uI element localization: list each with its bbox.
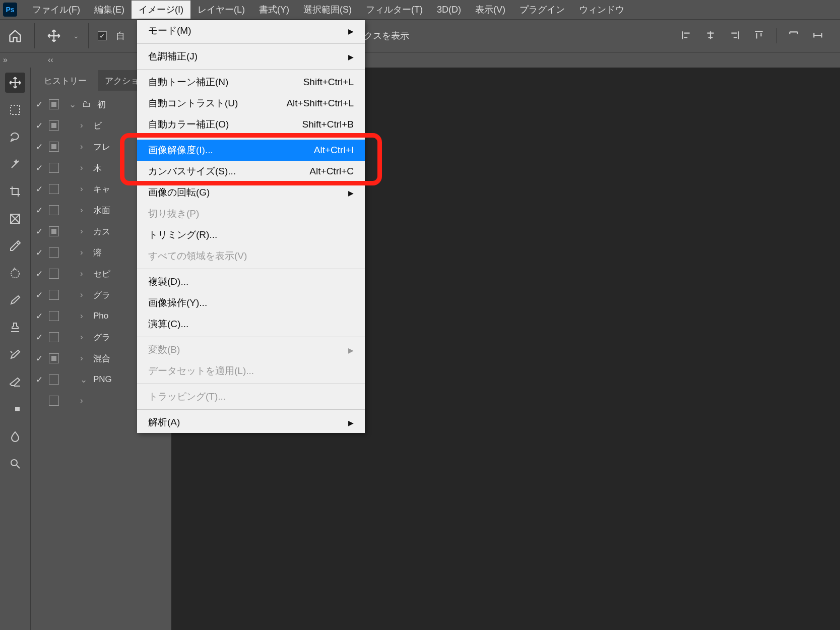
action-dialog-toggle[interactable] bbox=[49, 99, 59, 109]
move-tool-icon[interactable] bbox=[44, 26, 64, 46]
menu-edit[interactable]: 編集(E) bbox=[87, 1, 132, 19]
action-toggle-check[interactable]: ✓ bbox=[35, 290, 44, 300]
heal-tool[interactable] bbox=[5, 263, 25, 283]
expand-icon[interactable]: › bbox=[80, 247, 88, 258]
eraser-tool[interactable] bbox=[5, 372, 25, 392]
menu-filter[interactable]: フィルター(T) bbox=[359, 1, 430, 19]
menu-file[interactable]: ファイル(F) bbox=[25, 1, 87, 19]
marquee-tool[interactable] bbox=[5, 100, 25, 120]
action-toggle-check[interactable]: ✓ bbox=[35, 247, 44, 258]
menu-item[interactable]: 色調補正(J)▶ bbox=[137, 46, 365, 67]
home-icon[interactable] bbox=[5, 26, 25, 46]
history-brush-tool[interactable] bbox=[5, 345, 25, 365]
expand-icon[interactable]: ⌄ bbox=[69, 99, 77, 110]
collapse-right-icon[interactable]: ‹‹ bbox=[48, 55, 53, 65]
expand-icon[interactable]: › bbox=[80, 269, 88, 279]
menu-layer[interactable]: レイヤー(L) bbox=[190, 1, 252, 19]
action-dialog-toggle[interactable] bbox=[49, 226, 59, 236]
distribute-top-icon[interactable] bbox=[787, 28, 801, 42]
dodge-tool[interactable] bbox=[5, 454, 25, 474]
action-toggle-check[interactable]: ✓ bbox=[35, 374, 44, 385]
expand-icon[interactable]: › bbox=[80, 353, 88, 363]
action-toggle-check[interactable]: ✓ bbox=[35, 120, 44, 131]
distribute-center-v-icon[interactable] bbox=[811, 28, 825, 42]
menu-item[interactable]: 複製(D)... bbox=[137, 271, 365, 292]
align-center-h-icon[interactable] bbox=[703, 28, 718, 42]
crop-tool[interactable] bbox=[5, 181, 25, 202]
action-dialog-toggle[interactable] bbox=[49, 311, 59, 321]
menu-image[interactable]: イメージ(I) bbox=[132, 1, 190, 19]
action-dialog-toggle[interactable] bbox=[49, 269, 59, 279]
brush-tool[interactable] bbox=[5, 290, 25, 310]
menu-3d[interactable]: 3D(D) bbox=[430, 2, 468, 18]
expand-icon[interactable]: ⌄ bbox=[80, 374, 88, 385]
action-toggle-check[interactable]: ✓ bbox=[35, 99, 44, 110]
menu-item[interactable]: 演算(C)... bbox=[137, 313, 365, 335]
menu-item[interactable]: 画像の回転(G)▶ bbox=[137, 182, 365, 203]
separator bbox=[88, 23, 89, 48]
menu-view[interactable]: 表示(V) bbox=[468, 1, 512, 19]
expand-icon[interactable]: › bbox=[80, 332, 88, 342]
action-dialog-toggle[interactable] bbox=[49, 184, 59, 194]
action-dialog-toggle[interactable] bbox=[49, 247, 59, 258]
menu-item[interactable]: トリミング(R)... bbox=[137, 224, 365, 245]
menu-item[interactable]: 自動コントラスト(U)Alt+Shift+Ctrl+L bbox=[137, 93, 365, 114]
frame-tool[interactable] bbox=[5, 209, 25, 229]
action-toggle-check[interactable]: ✓ bbox=[35, 226, 44, 237]
lasso-tool[interactable] bbox=[5, 127, 25, 147]
move-tool[interactable] bbox=[5, 73, 25, 93]
action-toggle-check[interactable]: ✓ bbox=[35, 142, 44, 152]
action-dialog-toggle[interactable] bbox=[49, 120, 59, 131]
action-toggle-check[interactable]: ✓ bbox=[35, 205, 44, 216]
menu-item[interactable]: 解析(A)▶ bbox=[137, 412, 365, 433]
expand-icon[interactable]: › bbox=[80, 205, 88, 215]
action-toggle-check[interactable]: ✓ bbox=[35, 184, 44, 195]
action-toggle-check[interactable]: ✓ bbox=[35, 353, 44, 364]
expand-icon[interactable]: › bbox=[80, 120, 88, 131]
auto-select-checkbox[interactable]: ✓ bbox=[98, 31, 107, 40]
expand-icon[interactable]: › bbox=[80, 396, 88, 406]
action-label: ビ bbox=[93, 120, 102, 132]
eyedropper-tool[interactable] bbox=[5, 236, 25, 256]
expand-left-icon[interactable]: » bbox=[3, 55, 8, 65]
action-toggle-check[interactable]: ✓ bbox=[35, 163, 44, 173]
action-dialog-toggle[interactable] bbox=[49, 374, 59, 385]
align-top-icon[interactable] bbox=[752, 28, 766, 42]
menu-item[interactable]: 自動カラー補正(O)Shift+Ctrl+B bbox=[137, 114, 365, 135]
align-left-icon[interactable] bbox=[679, 28, 693, 42]
expand-icon[interactable]: › bbox=[80, 184, 88, 194]
menu-select[interactable]: 選択範囲(S) bbox=[296, 1, 359, 19]
action-dialog-toggle[interactable] bbox=[49, 205, 59, 215]
blur-tool[interactable] bbox=[5, 426, 25, 447]
menu-type[interactable]: 書式(Y) bbox=[252, 1, 296, 19]
expand-icon[interactable]: › bbox=[80, 163, 88, 173]
wand-tool[interactable] bbox=[5, 154, 25, 174]
action-toggle-check[interactable]: ✓ bbox=[35, 269, 44, 279]
expand-icon[interactable]: › bbox=[80, 311, 88, 321]
stamp-tool[interactable] bbox=[5, 318, 25, 338]
expand-icon[interactable]: › bbox=[80, 290, 88, 300]
menu-item[interactable]: カンバスサイズ(S)...Alt+Ctrl+C bbox=[137, 161, 365, 182]
action-toggle-check[interactable]: ✓ bbox=[35, 332, 44, 343]
menu-item[interactable]: 画像操作(Y)... bbox=[137, 292, 365, 313]
gradient-tool[interactable] bbox=[5, 399, 25, 419]
menu-plugin[interactable]: プラグイン bbox=[512, 1, 572, 19]
action-dialog-toggle[interactable] bbox=[49, 353, 59, 363]
menu-item[interactable]: 自動トーン補正(N)Shift+Ctrl+L bbox=[137, 72, 365, 93]
menu-item[interactable]: モード(M)▶ bbox=[137, 20, 365, 41]
tab-history[interactable]: ヒストリー bbox=[37, 70, 94, 91]
chevron-down-icon[interactable]: ⌄ bbox=[73, 32, 79, 40]
action-dialog-toggle[interactable] bbox=[49, 332, 59, 342]
action-dialog-toggle[interactable] bbox=[49, 396, 59, 406]
menu-window[interactable]: ウィンドウ bbox=[572, 1, 631, 19]
menu-item[interactable]: 画像解像度(I)...Alt+Ctrl+I bbox=[137, 140, 365, 161]
expand-icon[interactable]: › bbox=[80, 226, 88, 236]
options-bar: ⌄ ✓ 自 ボックスを表示 bbox=[0, 19, 840, 52]
action-dialog-toggle[interactable] bbox=[49, 290, 59, 300]
align-right-icon[interactable] bbox=[728, 28, 742, 42]
action-dialog-toggle[interactable] bbox=[49, 142, 59, 152]
action-dialog-toggle[interactable] bbox=[49, 163, 59, 173]
menu-item-label: データセットを適用(L)... bbox=[148, 364, 254, 377]
action-toggle-check[interactable]: ✓ bbox=[35, 311, 44, 322]
expand-icon[interactable]: › bbox=[80, 142, 88, 152]
